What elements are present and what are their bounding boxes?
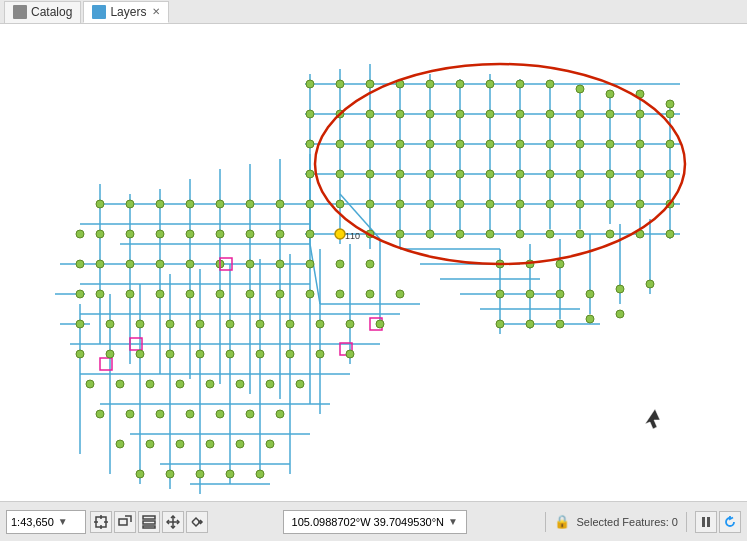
svg-point-164 [126,260,134,268]
svg-point-71 [366,80,374,88]
svg-point-75 [486,80,494,88]
pan-tool[interactable] [162,511,184,533]
svg-point-141 [76,230,84,238]
svg-point-245 [616,285,624,293]
svg-point-241 [496,290,504,298]
svg-point-84 [366,110,374,118]
svg-point-180 [96,290,104,298]
svg-point-110 [366,170,374,178]
svg-point-171 [336,260,344,268]
svg-point-122 [126,200,134,208]
action-buttons [695,511,741,533]
zoom-window-tool[interactable] [114,511,136,533]
svg-point-236 [226,470,234,478]
svg-point-179 [76,290,84,298]
svg-point-221 [126,410,134,418]
svg-point-246 [646,280,654,288]
svg-point-212 [86,380,94,388]
svg-point-148 [276,230,284,238]
svg-point-107 [666,140,674,148]
svg-point-85 [396,110,404,118]
coordinates-display[interactable]: 105.0988702°W 39.7049530°N ▼ [283,510,467,534]
zoom-full-tool[interactable] [90,511,112,533]
svg-point-169 [276,260,284,268]
svg-point-229 [176,440,184,448]
svg-point-183 [186,290,194,298]
svg-point-210 [316,350,324,358]
lock-icon: 🔒 [554,514,570,529]
svg-point-195 [196,320,204,328]
svg-point-196 [226,320,234,328]
svg-point-104 [576,140,584,148]
svg-point-87 [456,110,464,118]
svg-point-228 [146,440,154,448]
tab-layers[interactable]: Layers ✕ [83,1,169,23]
svg-point-217 [236,380,244,388]
svg-point-157 [546,230,554,238]
svg-point-213 [116,380,124,388]
svg-point-227 [116,440,124,448]
svg-point-172 [366,260,374,268]
svg-point-209 [286,350,294,358]
svg-point-113 [456,170,464,178]
svg-point-214 [146,380,154,388]
svg-rect-266 [702,517,705,527]
svg-point-250 [586,315,594,323]
svg-point-98 [396,140,404,148]
tab-catalog[interactable]: Catalog [4,1,81,23]
svg-point-117 [576,170,584,178]
svg-point-142 [96,230,104,238]
svg-point-102 [516,140,524,148]
svg-rect-261 [143,516,155,519]
pause-button[interactable] [695,511,717,533]
refresh-button[interactable] [719,511,741,533]
svg-point-159 [606,230,614,238]
svg-point-197 [256,320,264,328]
svg-point-163 [96,260,104,268]
svg-point-86 [426,110,434,118]
svg-point-224 [216,410,224,418]
svg-point-242 [526,290,534,298]
svg-point-136 [546,200,554,208]
tab-close-button[interactable]: ✕ [152,6,160,17]
svg-point-165 [156,260,164,268]
svg-point-118 [606,170,614,178]
svg-point-82 [306,110,314,118]
svg-point-101 [486,140,494,148]
navigate-tool[interactable] [186,511,208,533]
layout-tool[interactable] [138,511,160,533]
svg-point-145 [186,230,194,238]
nav-tools [90,511,208,533]
svg-point-111 [396,170,404,178]
svg-point-192 [106,320,114,328]
svg-point-70 [336,80,344,88]
svg-point-198 [286,320,294,328]
svg-point-132 [426,200,434,208]
svg-point-127 [276,200,284,208]
svg-point-139 [636,200,644,208]
status-divider-2 [686,512,687,532]
layers-icon [92,5,106,19]
svg-point-155 [486,230,494,238]
svg-point-143 [126,230,134,238]
svg-point-77 [546,80,554,88]
svg-point-156 [516,230,524,238]
svg-point-223 [186,410,194,418]
svg-point-215 [176,380,184,388]
svg-point-205 [166,350,174,358]
scale-selector[interactable]: 1:43,650 ▼ [6,510,86,534]
svg-point-194 [166,320,174,328]
svg-point-125 [216,200,224,208]
svg-point-135 [516,200,524,208]
svg-point-186 [276,290,284,298]
svg-point-115 [516,170,524,178]
map-area[interactable]: 110 [0,24,747,501]
svg-point-146 [216,230,224,238]
svg-point-199 [316,320,324,328]
svg-point-73 [426,80,434,88]
svg-point-207 [226,350,234,358]
svg-point-208 [256,350,264,358]
svg-point-219 [296,380,304,388]
status-divider [545,512,546,532]
svg-point-97 [366,140,374,148]
